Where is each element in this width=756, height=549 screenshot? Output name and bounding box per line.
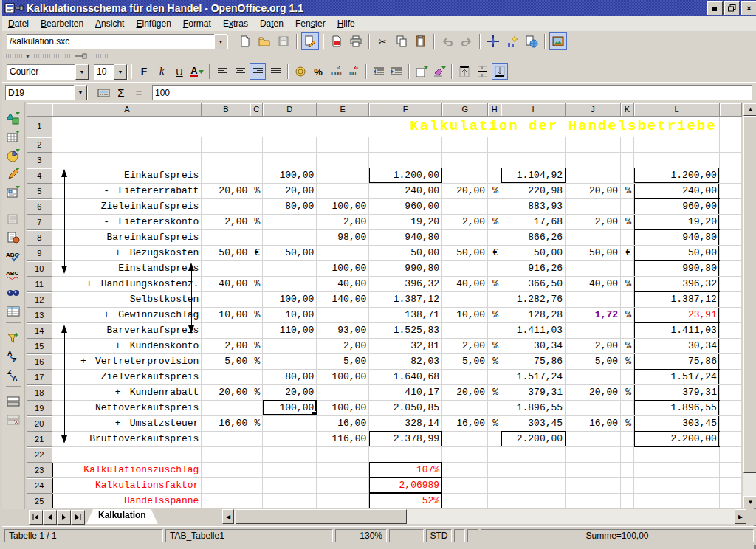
cell-I13[interactable]: 128,28 (501, 307, 566, 322)
toolbar-handle-icon[interactable] (54, 54, 70, 58)
cell-B15[interactable]: 2,00 (202, 338, 250, 353)
cell-D19[interactable]: 100,00 (263, 400, 317, 415)
column-header-C[interactable]: C (250, 103, 263, 116)
cell-F6[interactable]: 960,00 (369, 198, 442, 214)
cell-C15[interactable]: % (250, 338, 263, 353)
cell-I10[interactable]: 916,26 (501, 260, 566, 276)
column-header-K[interactable]: K (621, 103, 634, 116)
cell-L22[interactable] (634, 446, 720, 462)
cell-J20[interactable]: 16,00 (566, 415, 621, 431)
cell-J14[interactable] (566, 322, 621, 338)
row-header-8[interactable]: 8 (27, 229, 52, 245)
cell-K18[interactable]: % (621, 384, 634, 400)
row-header-5[interactable]: 5 (27, 183, 52, 198)
cell-L13[interactable]: 23,91 (634, 307, 720, 322)
previous-sheet-icon[interactable] (43, 510, 57, 525)
cell-H23[interactable] (488, 462, 501, 477)
row-header-7[interactable]: 7 (27, 214, 52, 229)
cell-K11[interactable]: % (621, 276, 634, 291)
cell-K22[interactable] (621, 446, 634, 462)
align-top-button[interactable] (456, 63, 472, 80)
menu-item-datei[interactable]: Datei (2, 17, 35, 30)
form-controls-icon[interactable] (4, 183, 23, 201)
cell-M13[interactable] (719, 307, 741, 322)
background-color-button[interactable] (431, 63, 447, 80)
font-size-combobox[interactable]: ▼ (94, 64, 128, 80)
cell-D5[interactable]: 20,00 (263, 183, 317, 198)
cell-C13[interactable]: % (250, 307, 263, 322)
underline-button[interactable]: U (171, 63, 188, 80)
cell-I6[interactable]: 883,93 (501, 198, 566, 214)
cell-F11[interactable]: 396,32 (369, 276, 442, 291)
font-size-input[interactable] (94, 66, 114, 78)
cell-B11[interactable]: 40,00 (202, 276, 250, 291)
increase-indent-button[interactable] (388, 63, 405, 80)
copy-button[interactable] (393, 32, 410, 50)
sum-button[interactable]: Σ (113, 85, 129, 101)
cell-J8[interactable] (566, 229, 621, 245)
cell-E13[interactable] (317, 307, 369, 322)
column-header-G[interactable]: G (442, 103, 488, 116)
decrease-indent-button[interactable] (371, 63, 387, 80)
cell-C3[interactable] (250, 152, 263, 168)
cell-M8[interactable] (719, 229, 741, 245)
cell-B14[interactable] (202, 322, 250, 338)
spellcheck-icon[interactable]: ABC (4, 246, 23, 265)
cell-G19[interactable] (442, 400, 488, 415)
close-button[interactable]: × (741, 1, 756, 15)
cell-I15[interactable]: 30,34 (501, 338, 566, 353)
cell-H20[interactable]: % (488, 415, 501, 431)
cell-G3[interactable] (442, 152, 488, 168)
row-header-10[interactable]: 10 (27, 260, 52, 276)
cell-A18[interactable]: +Kundenrabatt (52, 384, 202, 400)
cell-C22[interactable] (250, 446, 263, 462)
column-header-A[interactable]: A (52, 103, 202, 116)
cell-K9[interactable]: € (621, 245, 634, 260)
cell-H16[interactable]: % (488, 353, 501, 369)
cell-L6[interactable]: 960,00 (634, 198, 720, 214)
cell-B7[interactable]: 2,00 (202, 214, 250, 229)
cell-D2[interactable] (263, 137, 317, 152)
cell-J3[interactable] (566, 152, 621, 168)
align-justify-button[interactable] (267, 63, 284, 80)
toolbar-handle-icon[interactable] (92, 54, 108, 58)
cell-G7[interactable]: 2,00 (442, 214, 488, 229)
cell-M5[interactable] (719, 183, 741, 198)
row-header-4[interactable]: 4 (27, 168, 52, 183)
cell-K20[interactable]: % (621, 415, 634, 431)
cut-button[interactable]: ✂ (374, 32, 391, 50)
row-header-22[interactable]: 22 (27, 446, 52, 462)
cell-A20[interactable]: +Umsatzsteuer (52, 415, 202, 431)
first-sheet-icon[interactable] (29, 510, 43, 525)
cell-K13[interactable]: % (621, 307, 634, 322)
align-right-button[interactable] (250, 63, 266, 80)
cell-C21[interactable] (250, 431, 263, 446)
cell-M21[interactable] (719, 431, 741, 446)
cell-B20[interactable]: 16,00 (202, 415, 250, 431)
formula-input[interactable] (153, 86, 752, 99)
horizontal-scrollbar[interactable]: ◀ ▶ (222, 509, 746, 524)
gallery-button[interactable] (549, 32, 567, 50)
cell-K2[interactable] (621, 137, 634, 152)
cell-L8[interactable]: 940,80 (634, 229, 720, 245)
cell-M3[interactable] (719, 152, 741, 168)
cell-I5[interactable]: 220,98 (501, 183, 566, 198)
row-header-12[interactable]: 12 (27, 291, 52, 307)
cell-H15[interactable]: % (488, 338, 501, 353)
cell-I25[interactable] (501, 493, 566, 508)
cell-K10[interactable] (621, 260, 634, 276)
row-header-19[interactable]: 19 (27, 400, 52, 415)
cell-D21[interactable] (263, 431, 317, 446)
cell-I19[interactable]: 1.896,55 (501, 400, 566, 415)
cell-K5[interactable]: % (621, 183, 634, 198)
cell-A11[interactable]: +Handlungskostenz. (52, 276, 202, 291)
align-vcenter-button[interactable] (474, 63, 490, 80)
title-bar[interactable]: Kalkulationsschema für den Handel - Open… (2, 0, 756, 16)
cell-C11[interactable]: % (250, 276, 263, 291)
cell-D22[interactable] (263, 446, 317, 462)
sheet-tab-kalkulation[interactable]: Kalkulation (86, 509, 158, 524)
cell-B3[interactable] (202, 152, 250, 168)
add-decimal-button[interactable]: .000 (328, 63, 344, 80)
cell-H4[interactable] (488, 168, 501, 183)
cell-E5[interactable] (317, 183, 369, 198)
